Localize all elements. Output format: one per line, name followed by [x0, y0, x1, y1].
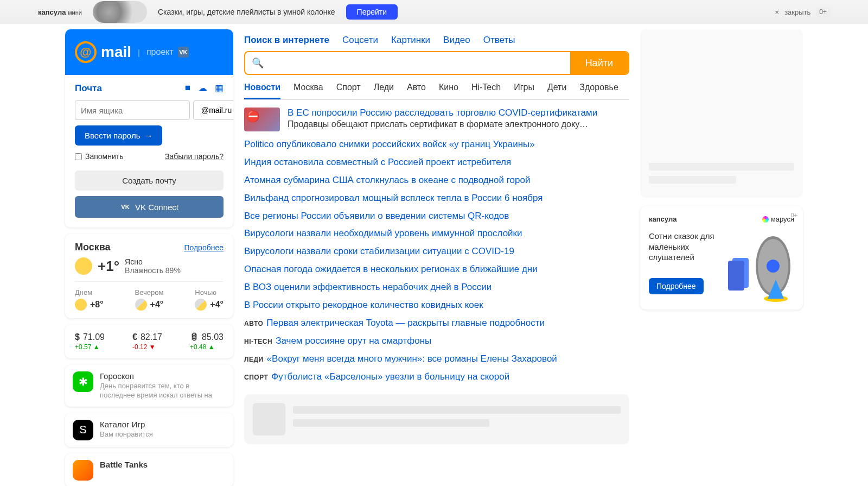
rate-oil[interactable]: 🛢85.03 +0.48 ▲	[190, 332, 224, 351]
kapsula-brand: капсула	[649, 215, 676, 223]
forgot-password-link[interactable]: Забыли пароль?	[165, 152, 224, 161]
news-link[interactable]: Все регионы России объявили о введении с…	[244, 211, 509, 221]
proekt-label: проект	[146, 47, 174, 57]
search-tab[interactable]: Поиск в интернете	[244, 35, 329, 46]
featured-news[interactable]: В ЕС попросили Россию расследовать торго…	[244, 108, 629, 131]
rate-eur[interactable]: €82.17 -0.12 ▼	[132, 332, 162, 351]
news-link[interactable]: Опасная погода ожидается в нескольких ре…	[244, 264, 538, 274]
news-item: СПОРТФутболиста «Барселоны» увезли в бол…	[244, 369, 629, 385]
search-button[interactable]: Найти	[570, 52, 628, 74]
kapsula-device-image	[716, 228, 797, 304]
featured-title[interactable]: В ЕС попросили Россию расследовать торго…	[288, 108, 597, 118]
news-link[interactable]: Вирусологи назвали сроки стабилизации си…	[244, 246, 514, 256]
remember-checkbox[interactable]: Запомнить	[75, 152, 124, 161]
news-link[interactable]: В России открыто рекордное количество ко…	[244, 300, 483, 310]
news-tag: ЛЕДИ	[244, 356, 264, 363]
banner-speaker-image	[93, 1, 147, 23]
news-tab[interactable]: Леди	[374, 83, 394, 99]
now-humidity: Влажность 89%	[125, 266, 181, 275]
news-tab[interactable]: Игры	[514, 83, 534, 99]
login-input[interactable]	[75, 100, 190, 120]
news-item: В России открыто рекордное количество ко…	[244, 298, 629, 313]
games-icon: S	[73, 420, 93, 440]
news-tab[interactable]: Дети	[547, 83, 566, 99]
search-tab[interactable]: Видео	[443, 35, 470, 46]
night-temp: +4°	[210, 300, 224, 310]
news-item: Politico опубликовало снимки российских …	[244, 137, 629, 153]
search-input[interactable]	[268, 58, 564, 68]
evening-label: Вечером	[135, 288, 164, 296]
marusya-icon	[762, 216, 769, 223]
news-link[interactable]: Вильфанд спрогнозировал мощный всплеск т…	[244, 193, 543, 203]
news-tab[interactable]: Авто	[407, 83, 426, 99]
banner-close-label[interactable]: закрыть	[784, 8, 810, 16]
news-item: Вирусологи назвали необходимый уровень и…	[244, 226, 629, 242]
search-tab[interactable]: Ответы	[483, 35, 515, 46]
news-tab[interactable]: Москва	[293, 83, 323, 99]
mail-header: @ mail | проект VK	[65, 29, 233, 75]
promo-battle-tanks[interactable]: Battle Tanks	[65, 453, 233, 486]
moon-icon	[135, 299, 147, 311]
svg-rect-4	[728, 261, 744, 291]
day-temp: +8°	[90, 300, 104, 310]
evening-temp: +4°	[150, 300, 164, 310]
news-tag: HI-TECH	[244, 338, 272, 345]
promo-horoscope[interactable]: ✱ Гороскоп День понравится тем, кто в по…	[65, 365, 233, 407]
news-tag: АВТО	[244, 320, 263, 327]
calendar-icon[interactable]: ▦	[215, 83, 224, 94]
mail-brand: mail	[101, 43, 131, 61]
kapsula-age: 0+	[790, 212, 797, 218]
vk-badge-icon: VK	[178, 47, 189, 58]
cloud-icon[interactable]: ☁	[198, 83, 207, 94]
weather-card: Москва Подробнее +1° Ясно Влажность 89% …	[65, 234, 233, 318]
news-tab[interactable]: Hi-Tech	[471, 83, 501, 99]
news-item: Индия остановила совместный с Россией пр…	[244, 155, 629, 171]
news-tab[interactable]: Здоровье	[579, 83, 618, 99]
mail-at-icon: @	[75, 41, 97, 63]
banner-age-badge: 0+	[816, 7, 830, 17]
news-link[interactable]: Индия остановила совместный с Россией пр…	[244, 157, 511, 167]
loading-skeleton	[244, 394, 629, 444]
rates-card: $71.09 +0.57 ▲ €82.17 -0.12 ▼ 🛢85.03 +0.…	[65, 325, 233, 358]
news-link[interactable]: Атомная субмарина США столкнулась в океа…	[244, 175, 530, 185]
news-link[interactable]: Politico опубликовало снимки российских …	[244, 139, 535, 149]
pochta-label[interactable]: Почта	[75, 83, 102, 94]
kapsula-slogan: Сотни сказок для маленьких слушателей	[649, 231, 719, 263]
vk-connect-button[interactable]: VKVK Connect	[75, 196, 224, 218]
search-box: 🔍 Найти	[244, 51, 629, 75]
featured-sub: Продавцы обещают прислать сертификат в ф…	[288, 119, 591, 129]
news-link[interactable]: Первая электрическая Toyota — раскрыты г…	[266, 318, 545, 328]
news-link[interactable]: «Вокруг меня всегда много мужчин»: все р…	[267, 354, 557, 364]
create-mail-button[interactable]: Создать почту	[75, 171, 224, 191]
news-link[interactable]: Вирусологи назвали необходимый уровень и…	[244, 228, 522, 238]
featured-image	[244, 108, 280, 131]
news-link[interactable]: Зачем россияне орут на смартфоны	[276, 336, 431, 346]
news-link[interactable]: Футболиста «Барселоны» увезли в больницу…	[271, 371, 509, 382]
news-tab[interactable]: Спорт	[336, 83, 361, 99]
promo-games[interactable]: S Каталог Игр Вам понравится	[65, 413, 233, 447]
enter-password-button[interactable]: Ввести пароль→	[75, 125, 162, 146]
news-link[interactable]: В ВОЗ оценили эффективность нерабочих дн…	[244, 282, 492, 292]
banner-go-button[interactable]: Перейти	[346, 4, 398, 20]
right-ad-placeholder	[640, 29, 803, 198]
vk-icon: VK	[120, 201, 131, 212]
banner-close-x[interactable]: ×	[775, 8, 780, 16]
kapsula-card: капсула маруся 0+ Сотни сказок для мален…	[640, 206, 803, 310]
sun-icon	[75, 257, 92, 275]
domain-select[interactable]: @mail.ru	[193, 100, 233, 120]
video-icon[interactable]: ■	[185, 83, 190, 94]
news-tab[interactable]: Новости	[244, 83, 280, 99]
news-tab[interactable]: Кино	[439, 83, 458, 99]
mail-card: @ mail | проект VK Почта ■ ☁ ▦ @mail.r	[65, 29, 233, 228]
weather-more-link[interactable]: Подробнее	[184, 243, 224, 252]
now-condition: Ясно	[125, 257, 181, 266]
news-tag: СПОРТ	[244, 374, 268, 381]
banner-text: Сказки, игры, детские плейлисты в умной …	[158, 8, 335, 16]
news-item: АВТОПервая электрическая Toyota — раскры…	[244, 315, 629, 331]
rate-usd[interactable]: $71.09 +0.57 ▲	[75, 332, 105, 351]
kapsula-more-button[interactable]: Подробнее	[649, 278, 704, 294]
day-label: Днем	[75, 288, 104, 296]
battle-tanks-icon	[73, 460, 93, 481]
search-tab[interactable]: Соцсети	[342, 35, 378, 46]
search-tab[interactable]: Картинки	[391, 35, 430, 46]
